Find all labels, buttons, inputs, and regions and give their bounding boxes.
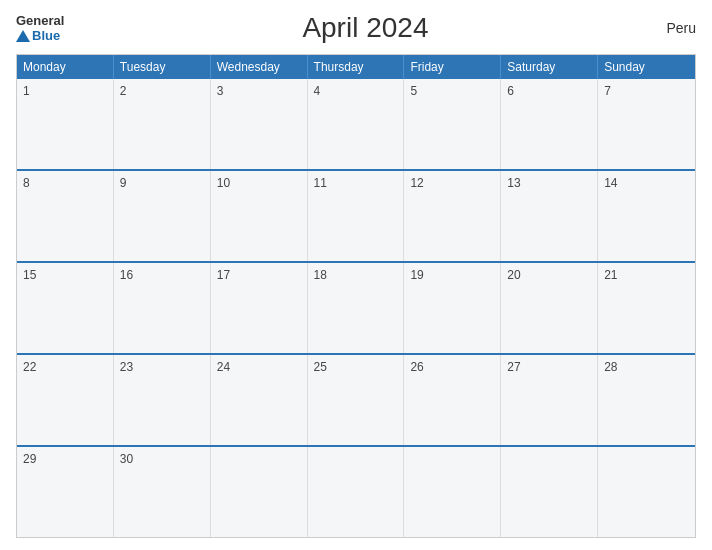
day-number: 23 bbox=[120, 360, 133, 374]
calendar-cell-3-1: 15 bbox=[17, 263, 114, 353]
calendar-cell-5-5 bbox=[404, 447, 501, 537]
calendar-cell-1-5: 5 bbox=[404, 79, 501, 169]
page-header: General Blue April 2024 Peru bbox=[16, 12, 696, 44]
header-wednesday: Wednesday bbox=[211, 55, 308, 79]
logo-triangle-icon bbox=[16, 30, 30, 42]
calendar-cell-2-6: 13 bbox=[501, 171, 598, 261]
day-number: 24 bbox=[217, 360, 230, 374]
day-number: 19 bbox=[410, 268, 423, 282]
day-number: 28 bbox=[604, 360, 617, 374]
calendar-cell-5-1: 29 bbox=[17, 447, 114, 537]
calendar-page: General Blue April 2024 Peru Monday Tues… bbox=[0, 0, 712, 550]
calendar-cell-1-4: 4 bbox=[308, 79, 405, 169]
calendar-week-2: 891011121314 bbox=[17, 171, 695, 263]
country-label: Peru bbox=[666, 20, 696, 36]
calendar-cell-4-5: 26 bbox=[404, 355, 501, 445]
logo-general-text: General bbox=[16, 13, 64, 28]
calendar-cell-1-1: 1 bbox=[17, 79, 114, 169]
calendar-cell-5-4 bbox=[308, 447, 405, 537]
calendar-cell-3-2: 16 bbox=[114, 263, 211, 353]
calendar-cell-2-1: 8 bbox=[17, 171, 114, 261]
calendar-week-1: 1234567 bbox=[17, 79, 695, 171]
calendar-week-4: 22232425262728 bbox=[17, 355, 695, 447]
day-number: 8 bbox=[23, 176, 30, 190]
day-number: 20 bbox=[507, 268, 520, 282]
day-number: 16 bbox=[120, 268, 133, 282]
day-number: 22 bbox=[23, 360, 36, 374]
calendar-cell-1-7: 7 bbox=[598, 79, 695, 169]
calendar-cell-1-6: 6 bbox=[501, 79, 598, 169]
day-number: 11 bbox=[314, 176, 327, 190]
day-number: 13 bbox=[507, 176, 520, 190]
day-number: 12 bbox=[410, 176, 423, 190]
calendar-cell-3-4: 18 bbox=[308, 263, 405, 353]
header-sunday: Sunday bbox=[598, 55, 695, 79]
day-number: 21 bbox=[604, 268, 617, 282]
header-tuesday: Tuesday bbox=[114, 55, 211, 79]
calendar-cell-2-3: 10 bbox=[211, 171, 308, 261]
header-monday: Monday bbox=[17, 55, 114, 79]
page-title: April 2024 bbox=[302, 12, 428, 44]
day-number: 5 bbox=[410, 84, 417, 98]
calendar-cell-4-4: 25 bbox=[308, 355, 405, 445]
day-number: 15 bbox=[23, 268, 36, 282]
header-saturday: Saturday bbox=[501, 55, 598, 79]
day-number: 10 bbox=[217, 176, 230, 190]
calendar-grid: Monday Tuesday Wednesday Thursday Friday… bbox=[16, 54, 696, 538]
calendar-cell-3-5: 19 bbox=[404, 263, 501, 353]
calendar-body: 1234567891011121314151617181920212223242… bbox=[17, 79, 695, 537]
calendar-cell-2-7: 14 bbox=[598, 171, 695, 261]
day-number: 14 bbox=[604, 176, 617, 190]
day-number: 2 bbox=[120, 84, 127, 98]
calendar-cell-4-2: 23 bbox=[114, 355, 211, 445]
day-number: 29 bbox=[23, 452, 36, 466]
calendar-cell-3-6: 20 bbox=[501, 263, 598, 353]
calendar-cell-5-7 bbox=[598, 447, 695, 537]
day-number: 25 bbox=[314, 360, 327, 374]
calendar-cell-2-2: 9 bbox=[114, 171, 211, 261]
calendar-cell-4-1: 22 bbox=[17, 355, 114, 445]
calendar-cell-2-4: 11 bbox=[308, 171, 405, 261]
day-number: 4 bbox=[314, 84, 321, 98]
day-number: 7 bbox=[604, 84, 611, 98]
day-number: 27 bbox=[507, 360, 520, 374]
calendar-cell-4-6: 27 bbox=[501, 355, 598, 445]
day-number: 3 bbox=[217, 84, 224, 98]
day-number: 6 bbox=[507, 84, 514, 98]
day-number: 17 bbox=[217, 268, 230, 282]
header-friday: Friday bbox=[404, 55, 501, 79]
calendar-cell-4-3: 24 bbox=[211, 355, 308, 445]
day-number: 9 bbox=[120, 176, 127, 190]
day-number: 30 bbox=[120, 452, 133, 466]
calendar-cell-5-6 bbox=[501, 447, 598, 537]
logo: General Blue bbox=[16, 13, 64, 43]
calendar-cell-1-2: 2 bbox=[114, 79, 211, 169]
header-thursday: Thursday bbox=[308, 55, 405, 79]
calendar-cell-1-3: 3 bbox=[211, 79, 308, 169]
calendar-cell-3-3: 17 bbox=[211, 263, 308, 353]
calendar-cell-4-7: 28 bbox=[598, 355, 695, 445]
calendar-cell-2-5: 12 bbox=[404, 171, 501, 261]
calendar-cell-5-3 bbox=[211, 447, 308, 537]
calendar-cell-3-7: 21 bbox=[598, 263, 695, 353]
day-number: 1 bbox=[23, 84, 30, 98]
calendar-header: Monday Tuesday Wednesday Thursday Friday… bbox=[17, 55, 695, 79]
day-number: 26 bbox=[410, 360, 423, 374]
calendar-cell-5-2: 30 bbox=[114, 447, 211, 537]
day-number: 18 bbox=[314, 268, 327, 282]
calendar-week-5: 2930 bbox=[17, 447, 695, 537]
calendar-week-3: 15161718192021 bbox=[17, 263, 695, 355]
logo-blue-row: Blue bbox=[16, 28, 60, 43]
logo-blue-text: Blue bbox=[32, 28, 60, 43]
